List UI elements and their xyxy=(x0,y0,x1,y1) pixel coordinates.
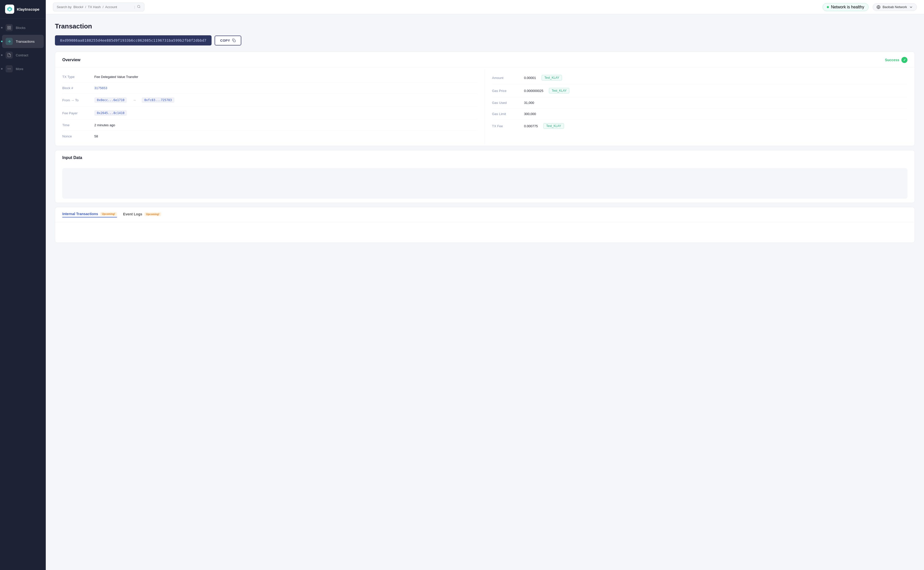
svg-rect-5 xyxy=(8,28,9,29)
page-title: Transaction xyxy=(55,22,915,30)
copy-icon xyxy=(232,38,236,42)
sidebar-item-blocks-label: Blocks xyxy=(16,26,25,30)
arrow-icon: → xyxy=(132,98,136,102)
copy-button[interactable]: COPY xyxy=(215,35,241,46)
nav-dot-blocks xyxy=(1,27,3,28)
field-gas-used: Gas Used 31,000 xyxy=(492,97,907,109)
search-input[interactable] xyxy=(57,5,132,9)
tab-internal-transactions[interactable]: Internal Transactions Upcoming! xyxy=(62,212,117,218)
overview-header: Overview Success ✓ xyxy=(55,52,915,67)
tx-fee-unit: Test_KLAY xyxy=(543,123,564,129)
tab-event-logs-label: Event Logs xyxy=(123,212,142,216)
sidebar-item-contract[interactable]: Contract xyxy=(2,49,44,62)
svg-rect-4 xyxy=(9,26,11,28)
tx-fee-label: TX Fee xyxy=(492,124,520,128)
sidebar-nav: Blocks Transactions Contract xyxy=(0,21,46,75)
nonce-label: Nonce xyxy=(62,134,90,138)
event-logs-upcoming-badge: Upcoming! xyxy=(145,212,161,216)
contract-icon xyxy=(6,52,13,59)
svg-point-7 xyxy=(8,69,8,69)
gas-used-value: 31,000 xyxy=(524,101,534,105)
success-badge: Success ✓ xyxy=(885,57,907,63)
sidebar-item-transactions-label: Transactions xyxy=(16,40,35,43)
search-divider: | xyxy=(134,5,135,9)
time-value: 2 minutes ago xyxy=(94,123,115,127)
amount-label: Amount xyxy=(492,76,520,80)
network-status-text: Network is healthy xyxy=(831,5,864,9)
sidebar-item-more[interactable]: More xyxy=(2,62,44,75)
svg-rect-6 xyxy=(9,28,11,29)
gas-price-value: 0.000000025 xyxy=(524,89,543,93)
sidebar: Klaytnscope Blocks Transactions xyxy=(0,0,46,570)
network-selector[interactable]: Baobab Network xyxy=(873,3,917,11)
amount-value: 0.00001 xyxy=(524,76,536,80)
field-tx-fee: TX Fee 0.000775 Test_KLAY xyxy=(492,120,907,132)
field-nonce: Nonce 58 xyxy=(62,131,478,142)
nav-dot-transactions xyxy=(1,41,3,42)
from-address[interactable]: 0x0ecc...6e1710 xyxy=(94,97,127,103)
field-from-to: From → To 0x0ecc...6e1710 → 0xfc83...725… xyxy=(62,94,478,107)
sidebar-item-blocks[interactable]: Blocks xyxy=(2,21,44,34)
logo: Klaytnscope xyxy=(0,0,46,18)
gas-limit-value: 300,000 xyxy=(524,112,536,116)
field-tx-type: TX Type Fee Delegated Value Transfer xyxy=(62,71,478,83)
overview-card: Overview Success ✓ TX Type Fee Delegated… xyxy=(55,52,915,146)
nav-dot-more xyxy=(1,68,3,70)
tx-fee-value: 0.000775 xyxy=(524,124,538,128)
sidebar-item-contract-label: Contract xyxy=(16,53,28,57)
network-status-badge[interactable]: Network is healthy xyxy=(823,3,869,11)
logo-text: Klaytnscope xyxy=(17,7,39,11)
overview-title: Overview xyxy=(62,58,80,62)
to-address[interactable]: 0xfc83...725783 xyxy=(141,97,174,103)
tab-content-area xyxy=(55,222,915,242)
overview-grid: TX Type Fee Delegated Value Transfer Blo… xyxy=(55,67,915,146)
block-number-label: Block # xyxy=(62,86,90,90)
sidebar-item-transactions[interactable]: Transactions xyxy=(2,35,44,48)
sidebar-item-more-label: More xyxy=(16,67,23,71)
main-content: Transaction 0xd99086aa8188255d4ee885d9f1… xyxy=(46,14,924,570)
tx-type-value: Fee Delegated Value Transfer xyxy=(94,75,138,79)
svg-point-2 xyxy=(9,9,11,10)
search-bar[interactable]: | xyxy=(53,3,145,11)
gas-price-label: Gas Price xyxy=(492,89,520,93)
tab-event-logs[interactable]: Event Logs Upcoming! xyxy=(123,212,161,217)
input-data-header: Input Data xyxy=(55,150,915,164)
tabs-card: Internal Transactions Upcoming! Event Lo… xyxy=(55,207,915,243)
copy-label: COPY xyxy=(220,38,230,43)
gas-used-label: Gas Used xyxy=(492,101,520,105)
svg-point-10 xyxy=(138,5,140,8)
from-to-label: From → To xyxy=(62,98,90,102)
internal-transactions-upcoming-badge: Upcoming! xyxy=(100,212,117,216)
overview-left: TX Type Fee Delegated Value Transfer Blo… xyxy=(55,69,485,144)
svg-rect-12 xyxy=(234,40,235,42)
success-icon: ✓ xyxy=(901,57,907,63)
field-time: Time 2 minutes ago xyxy=(62,120,478,131)
logo-icon xyxy=(5,5,14,14)
svg-rect-3 xyxy=(8,26,9,28)
nonce-value: 58 xyxy=(94,134,98,138)
fee-payer-label: Fee Payer xyxy=(62,111,90,115)
topbar-right: Network is healthy Baobab Network xyxy=(823,3,917,11)
transaction-hash: 0xd99086aa8188255d4ee885d9f1933b6cc06208… xyxy=(55,35,212,46)
hash-bar: 0xd99086aa8188255d4ee885d9f1933b6cc06208… xyxy=(55,35,915,46)
overview-right: Amount 0.00001 Test_KLAY Gas Price 0.000… xyxy=(485,69,915,144)
input-data-card: Input Data xyxy=(55,150,915,203)
block-number-value[interactable]: 3175653 xyxy=(94,86,107,90)
svg-point-8 xyxy=(9,69,10,69)
svg-point-9 xyxy=(10,69,11,69)
network-status-dot xyxy=(827,6,829,8)
tab-internal-transactions-label: Internal Transactions xyxy=(62,212,98,216)
fee-payer-address[interactable]: 0x2645...8c1410 xyxy=(94,110,127,116)
search-icon xyxy=(137,5,141,9)
field-amount: Amount 0.00001 Test_KLAY xyxy=(492,71,907,84)
gas-price-unit: Test_KLAY xyxy=(549,88,569,93)
field-gas-price: Gas Price 0.000000025 Test_KLAY xyxy=(492,84,907,97)
gas-limit-label: Gas Limit xyxy=(492,112,520,116)
input-data-content xyxy=(62,168,907,199)
network-selector-label: Baobab Network xyxy=(882,5,907,9)
field-gas-limit: Gas Limit 300,000 xyxy=(492,109,907,120)
nav-dot-contract xyxy=(1,54,3,56)
time-label: Time xyxy=(62,123,90,127)
success-text: Success xyxy=(885,58,899,62)
more-icon xyxy=(6,65,13,72)
